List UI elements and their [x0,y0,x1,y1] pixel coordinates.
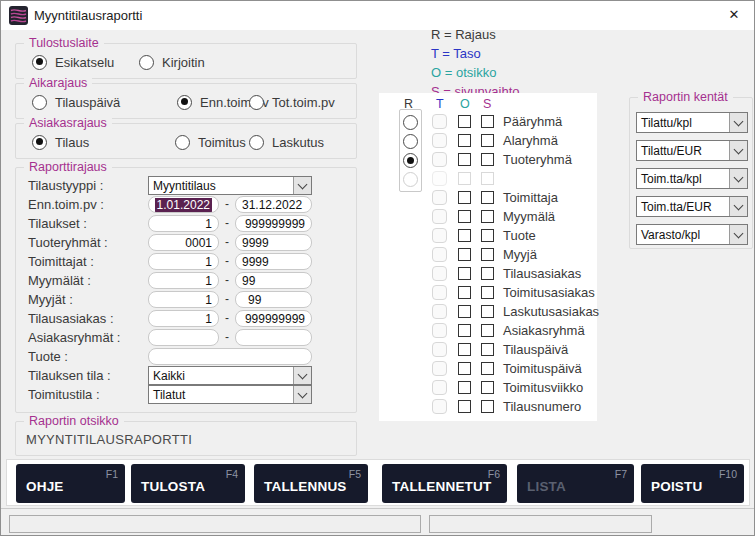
select-button[interactable] [729,141,747,160]
radio-icon[interactable] [249,95,264,110]
radio-icon[interactable] [32,55,47,70]
tilausasiakas-from-input[interactable]: 1 [148,310,219,327]
taso-box[interactable] [432,190,447,205]
tilaustyyppi-select[interactable]: Myyntitilaus [148,176,312,195]
taso-box[interactable] [432,247,447,262]
otsikko-checkbox[interactable] [458,305,471,318]
select-button[interactable] [293,177,311,194]
kentta-1-select[interactable]: Tilattu/kpl [636,112,748,133]
otsikko-checkbox[interactable] [458,286,471,299]
tallennetut-button[interactable]: TALLENNETUT F6 [382,464,507,503]
radio-tilauspaiva[interactable]: Tilauspäivä [32,94,120,110]
sivunvaihto-checkbox[interactable] [481,229,494,242]
taso-box[interactable] [432,133,447,148]
tilaukset-to-input[interactable]: 999999999 [235,215,312,232]
sivunvaihto-checkbox[interactable] [481,305,494,318]
radio-tottoimpv[interactable]: Tot.toim.pv [249,94,335,110]
sivunvaihto-checkbox[interactable] [481,286,494,299]
otsikko-checkbox[interactable] [458,381,471,394]
radio-icon[interactable] [249,135,264,150]
otsikko-checkbox[interactable] [458,153,471,166]
otsikko-checkbox[interactable] [458,343,471,356]
radio-icon[interactable] [32,135,47,150]
radio-icon[interactable] [32,95,47,110]
taso-box[interactable] [432,342,447,357]
taso-box[interactable] [432,209,447,224]
close-icon[interactable]: ✕ [725,6,743,24]
radio-icon[interactable] [139,55,154,70]
toimitustila-select[interactable]: Tilatut [148,385,312,404]
radio-icon[interactable] [177,95,192,110]
otsikko-checkbox[interactable] [458,324,471,337]
myymalat-from-input[interactable]: 1 [148,272,219,289]
row-label: Toimitusviikko [503,380,583,395]
sivunvaihto-checkbox[interactable] [481,248,494,261]
otsikko-checkbox[interactable] [458,248,471,261]
tuote-input[interactable] [148,348,312,365]
radio-esikatselu[interactable]: Esikatselu [32,54,114,70]
taso-box[interactable] [432,266,447,281]
taso-box[interactable] [432,152,447,167]
radio-laskutus[interactable]: Laskutus [249,134,324,150]
taso-box[interactable] [432,304,447,319]
otsikko-checkbox[interactable] [458,229,471,242]
tuoteryhmat-to-input[interactable]: 9999 [235,234,312,251]
sivunvaihto-checkbox[interactable] [481,381,494,394]
radio-toimitus[interactable]: Toimitus [175,134,246,150]
tuoteryhmat-from-input[interactable]: 0001 [148,234,219,251]
tilaukset-from-input[interactable]: 1 [148,215,219,232]
radio-tilaus[interactable]: Tilaus [32,134,89,150]
otsikko-checkbox[interactable] [458,400,471,413]
otsikko-checkbox[interactable] [458,115,471,128]
otsikko-checkbox[interactable] [458,210,471,223]
enntoimpv-to-input[interactable]: 31.12.2022 [235,196,312,213]
otsikko-checkbox[interactable] [458,267,471,280]
select-button[interactable] [293,386,311,403]
otsikko-checkbox[interactable] [458,134,471,147]
sivunvaihto-checkbox[interactable] [481,324,494,337]
otsikko-checkbox[interactable] [458,191,471,204]
taso-box[interactable] [432,361,447,376]
tallennus-button[interactable]: TALLENNUS F5 [254,464,368,503]
taso-box[interactable] [432,399,447,414]
sivunvaihto-checkbox[interactable] [481,210,494,223]
radio-kirjoitin[interactable]: Kirjoitin [139,54,205,70]
radio-icon[interactable] [175,135,190,150]
sivunvaihto-checkbox[interactable] [481,115,494,128]
select-button[interactable] [729,225,747,244]
sivunvaihto-checkbox[interactable] [481,362,494,375]
myyjat-from-input[interactable]: 1 [148,291,219,308]
sivunvaihto-checkbox[interactable] [481,134,494,147]
select-button[interactable] [729,169,747,188]
taso-box[interactable] [432,228,447,243]
myymalat-to-input[interactable]: 99 [235,272,312,289]
sivunvaihto-checkbox[interactable] [481,267,494,280]
sivunvaihto-checkbox[interactable] [481,400,494,413]
toimittajat-to-input[interactable]: 9999 [235,253,312,270]
enntoimpv-from-input[interactable]: 1.01.2022 [148,196,219,213]
kentta-3-select[interactable]: Toim.tta/kpl [636,168,748,189]
asiakasryhmat-from-input[interactable] [148,329,219,346]
select-button[interactable] [729,113,747,132]
poistu-button[interactable]: POISTU F10 [641,464,744,503]
sivunvaihto-checkbox[interactable] [481,153,494,166]
tilausasiakas-to-input[interactable]: 999999999 [235,310,312,327]
kentta-2-select[interactable]: Tilattu/EUR [636,140,748,161]
sivunvaihto-checkbox[interactable] [481,191,494,204]
taso-box[interactable] [432,285,447,300]
taso-box[interactable] [432,323,447,338]
taso-box[interactable] [432,114,447,129]
taso-box[interactable] [432,380,447,395]
toimittajat-from-input[interactable]: 1 [148,253,219,270]
select-button[interactable] [729,197,747,216]
ohje-button[interactable]: OHJE F1 [16,464,125,503]
tilauksen-tila-select[interactable]: Kaikki [148,366,312,385]
asiakasryhmat-to-input[interactable] [235,329,312,346]
tulosta-button[interactable]: TULOSTA F4 [131,464,245,503]
kentta-5-select[interactable]: Varasto/kpl [636,224,748,245]
select-button[interactable] [293,367,311,384]
kentta-4-select[interactable]: Toim.tta/EUR [636,196,748,217]
otsikko-checkbox[interactable] [458,362,471,375]
sivunvaihto-checkbox[interactable] [481,343,494,356]
myyjat-to-input[interactable]: 99 [235,291,312,308]
